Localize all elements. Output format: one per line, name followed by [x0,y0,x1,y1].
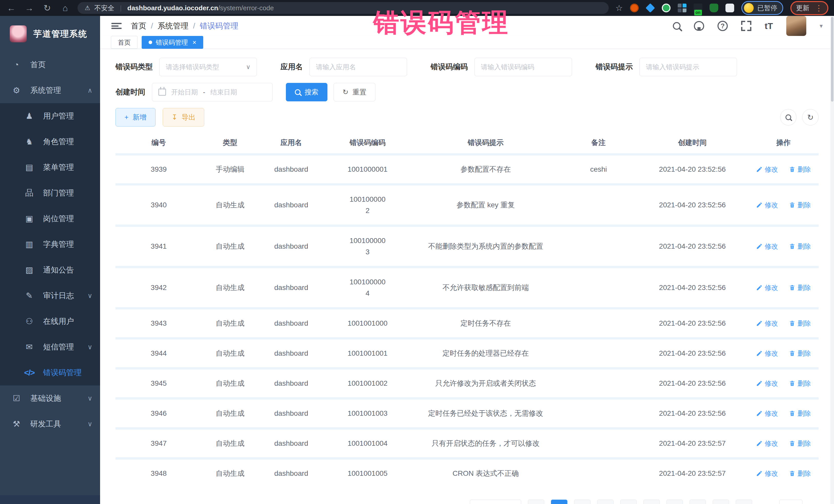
sidebar-item-users[interactable]: ♟ 用户管理 [0,103,100,129]
font-size-icon[interactable]: tT [765,21,773,31]
sidebar-item-dict[interactable]: ▥ 字典管理 [0,232,100,257]
list-icon: ▤ [24,162,35,172]
search-button[interactable]: 搜索 [286,83,327,101]
delete-link[interactable]: 删除 [789,349,811,358]
page-button-5[interactable]: 5 [643,500,660,504]
github-icon[interactable] [694,21,704,31]
delete-link[interactable]: 删除 [789,165,811,174]
page-button-1[interactable]: 1 [551,500,567,504]
sidebar-item-label: 岗位管理 [43,214,92,224]
delete-link[interactable]: 删除 [789,319,811,328]
breadcrumb-home[interactable]: 首页 [131,21,146,31]
user-avatar[interactable] [786,16,806,36]
cell-code: 1001001000 [348,318,388,329]
delete-link[interactable]: 删除 [789,409,811,418]
next-page-button[interactable]: › [736,500,752,504]
extension-orange-icon[interactable] [630,4,639,12]
extension-gem-icon[interactable] [646,4,655,12]
page-button-8[interactable]: 8 [712,500,729,504]
extension-switch-icon[interactable]: on [694,4,702,12]
tag-error-code[interactable]: 错误码管理 × [142,36,203,49]
edit-link[interactable]: 修改 [756,319,778,328]
page-button-3[interactable]: 3 [597,500,614,504]
reload-icon[interactable]: ↻ [42,3,53,13]
delete-link[interactable]: 删除 [789,201,811,210]
error-code-input[interactable] [481,63,566,71]
sidebar-item-menus[interactable]: ▤ 菜单管理 [0,154,100,180]
edit-link[interactable]: 修改 [756,283,778,292]
edit-link[interactable]: 修改 [756,379,778,388]
window-scrollbar[interactable] [830,16,834,504]
sidebar-item-notice[interactable]: ▨ 通知公告 [0,257,100,283]
edit-link[interactable]: 修改 [756,201,778,210]
page-button-6[interactable]: 6 [666,500,683,504]
page-button-2[interactable]: 2 [574,500,591,504]
help-icon[interactable]: ? [718,21,728,31]
home-icon[interactable]: ⌂ [60,3,71,13]
error-hint-input[interactable] [646,63,730,71]
delete-link[interactable]: 删除 [789,439,811,448]
date-range-picker[interactable]: 开始日期 - 结束日期 [152,83,272,101]
bookmark-star-icon[interactable]: ☆ [615,3,623,13]
export-button[interactable]: ↧ 导出 [163,108,204,127]
error-type-select[interactable]: 请选择错误码类型 ∨ [159,58,257,76]
sidebar-item-home[interactable]: ◔ 首页 [0,52,100,78]
page-ellipsis[interactable]: ⋯ [689,500,706,504]
prev-page-button[interactable]: ‹ [528,500,544,504]
forward-icon[interactable]: → [24,3,35,13]
edit-link[interactable]: 修改 [756,439,778,448]
sidebar-item-dev-tools[interactable]: ⚒ 研发工具 ∨ [0,411,100,437]
close-icon[interactable]: × [193,39,196,46]
extension-key-icon[interactable] [709,4,718,12]
pencil-icon [756,350,763,357]
sidebar-item-online-users[interactable]: ⚇ 在线用户 [0,308,100,334]
page-size-select[interactable]: 10条/页 ∨ [470,500,521,504]
sidebar-item-posts[interactable]: ▣ 岗位管理 [0,206,100,232]
delete-link[interactable]: 删除 [789,283,811,292]
delete-link[interactable]: 删除 [789,469,811,478]
avatar-caret-icon[interactable]: ▾ [820,22,823,29]
fullscreen-icon[interactable] [741,21,751,31]
extension-grid-icon[interactable] [678,4,686,12]
scrollbar-thumb[interactable] [831,17,833,102]
breadcrumb-system[interactable]: 系统管理 [158,21,188,31]
sidebar-item-departments[interactable]: 品 部门管理 [0,180,100,206]
hide-search-button[interactable] [780,109,796,126]
extensions-puzzle-icon[interactable] [725,4,734,12]
tag-home[interactable]: 首页 [111,36,137,49]
search-icon[interactable] [673,22,681,30]
sidebar-item-roles[interactable]: ♞ 角色管理 [0,129,100,154]
browser-update-button[interactable]: 更新 ⋮ [790,1,828,15]
goto-page-input[interactable] [780,500,803,504]
sidebar-item-infrastructure[interactable]: ☑ 基础设施 ∨ [0,386,100,411]
browser-menu-icon[interactable]: ⋮ [815,4,823,13]
header-app: 应用名 [258,132,324,154]
edit-link[interactable]: 修改 [756,349,778,358]
reset-button[interactable]: ↻ 重置 [334,83,375,101]
security-label[interactable]: 不安全 [94,4,114,13]
cell-id: 3939 [151,165,167,173]
refresh-button[interactable]: ↻ [802,109,819,126]
edit-link[interactable]: 修改 [756,469,778,478]
extension-green-icon[interactable] [662,4,671,12]
add-button[interactable]: + 新增 [115,108,155,127]
sidebar-item-audit-log[interactable]: ✎ 审计日志 ∨ [0,283,100,308]
edit-link[interactable]: 修改 [756,409,778,418]
sidebar-item-system[interactable]: ⚙ 系统管理 ∧ [0,78,100,103]
back-icon[interactable]: ← [6,3,17,13]
filter-app: 应用名 [281,58,407,76]
app-name-input[interactable] [316,63,400,71]
profile-paused-badge[interactable]: 已暂停 [741,1,783,15]
app-logo-row[interactable]: 芋道管理系统 [0,16,100,52]
delete-link[interactable]: 删除 [789,379,811,388]
delete-link[interactable]: 删除 [789,242,811,251]
cell-app: dashboard [274,439,308,447]
edit-link[interactable]: 修改 [756,242,778,251]
page-button-4[interactable]: 4 [620,500,637,504]
sidebar-item-sms[interactable]: ✉ 短信管理 ∨ [0,334,100,360]
collapse-menu-icon[interactable] [111,21,122,30]
sidebar-item-error-code[interactable]: </> 错误码管理 [0,360,100,386]
edit-link[interactable]: 修改 [756,165,778,174]
address-bar[interactable]: ⚠ 不安全 | dashboard.yudao.iocoder.cn/syste… [78,2,609,14]
sidebar-item-label: 用户管理 [43,111,92,122]
